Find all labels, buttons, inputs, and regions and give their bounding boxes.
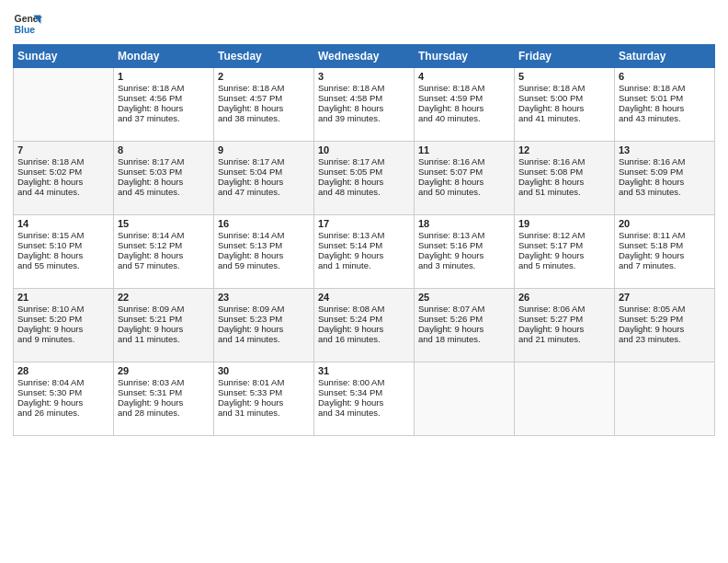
day-info-line: and 26 minutes. [17,408,109,418]
day-info-line: Sunrise: 8:08 AM [318,304,410,314]
day-info-line: Sunrise: 8:18 AM [318,83,410,93]
day-cell: 2Sunrise: 8:18 AMSunset: 4:57 PMDaylight… [214,68,314,142]
day-cell: 6Sunrise: 8:18 AMSunset: 5:01 PMDaylight… [615,68,715,142]
day-info-line: Sunset: 5:29 PM [619,314,711,324]
day-number: 25 [418,292,510,303]
day-info-line: and 37 minutes. [118,113,210,123]
day-info-line: Sunset: 5:33 PM [218,387,310,397]
day-info-line: Daylight: 8 hours [619,103,711,113]
logo-icon: General Blue [13,9,42,39]
day-number: 21 [17,292,109,303]
day-number: 11 [418,144,510,155]
day-info-line: and 28 minutes. [118,408,210,418]
day-info-line: Daylight: 8 hours [218,103,310,113]
day-info-line: Sunrise: 8:18 AM [418,83,510,93]
day-cell: 15Sunrise: 8:14 AMSunset: 5:12 PMDayligh… [114,215,214,289]
day-number: 19 [518,218,610,229]
calendar-page: General Blue SundayMondayTuesdayWednesda… [0,0,728,563]
day-info-line: Daylight: 9 hours [518,324,610,334]
day-info-line: Sunrise: 8:10 AM [17,304,109,314]
day-number: 31 [318,365,410,376]
day-cell: 5Sunrise: 8:18 AMSunset: 5:00 PMDaylight… [515,68,615,142]
day-info-line: Sunset: 5:17 PM [518,240,610,250]
day-cell: 14Sunrise: 8:15 AMSunset: 5:10 PMDayligh… [14,215,114,289]
day-number: 20 [619,218,711,229]
week-row-2: 14Sunrise: 8:15 AMSunset: 5:10 PMDayligh… [14,215,715,289]
day-info-line: and 18 minutes. [418,334,510,344]
day-info-line: and 39 minutes. [318,113,410,123]
svg-text:Blue: Blue [15,25,36,35]
day-number: 17 [318,218,410,229]
day-info-line: and 11 minutes. [118,334,210,344]
day-info-line: Daylight: 9 hours [17,397,109,408]
day-info-line: Sunset: 5:34 PM [318,387,410,397]
day-info-line: Sunset: 5:24 PM [318,314,410,324]
day-info-line: Sunset: 5:13 PM [218,240,310,250]
day-info-line: Daylight: 9 hours [318,324,410,334]
day-info-line: Daylight: 8 hours [17,177,109,187]
day-info-line: and 43 minutes. [619,113,711,123]
day-info-line: Sunrise: 8:18 AM [619,83,711,93]
day-info-line: Daylight: 9 hours [619,324,711,334]
day-info-line: Daylight: 8 hours [318,103,410,113]
day-info-line: Daylight: 9 hours [318,250,410,260]
day-info-line: Sunset: 5:18 PM [619,240,711,250]
day-cell: 25Sunrise: 8:07 AMSunset: 5:26 PMDayligh… [415,289,515,362]
day-cell: 27Sunrise: 8:05 AMSunset: 5:29 PMDayligh… [615,289,715,362]
day-cell: 30Sunrise: 8:01 AMSunset: 5:33 PMDayligh… [214,362,314,436]
header: General Blue [13,9,715,39]
day-info-line: Daylight: 8 hours [218,250,310,260]
day-info-line: Sunset: 5:10 PM [17,240,109,250]
day-info-line: and 57 minutes. [118,260,210,270]
day-info-line: Sunset: 4:58 PM [318,93,410,103]
day-number: 23 [218,292,310,303]
day-cell: 23Sunrise: 8:09 AMSunset: 5:23 PMDayligh… [214,289,314,362]
day-number: 2 [218,71,310,82]
day-info-line: Sunset: 5:01 PM [619,93,711,103]
day-number: 5 [518,71,610,82]
day-info-line: Sunrise: 8:09 AM [218,304,310,314]
day-info-line: Daylight: 9 hours [318,397,410,408]
day-info-line: and 1 minute. [318,260,410,270]
day-cell: 13Sunrise: 8:16 AMSunset: 5:09 PMDayligh… [615,142,715,215]
day-info-line: Sunset: 4:56 PM [118,93,210,103]
day-number: 8 [118,144,210,155]
day-info-line: Sunrise: 8:17 AM [318,156,410,167]
day-number: 3 [318,71,410,82]
day-info-line: Daylight: 8 hours [118,103,210,113]
day-info-line: and 41 minutes. [518,113,610,123]
day-info-line: and 50 minutes. [418,187,510,197]
header-row: SundayMondayTuesdayWednesdayThursdayFrid… [14,45,715,68]
day-info-line: and 16 minutes. [318,334,410,344]
day-info-line: Sunrise: 8:01 AM [218,377,310,387]
day-info-line: and 38 minutes. [218,113,310,123]
day-info-line: Daylight: 9 hours [118,324,210,334]
day-info-line: Sunrise: 8:17 AM [218,156,310,167]
day-info-line: Sunrise: 8:16 AM [418,156,510,167]
day-info-line: Sunrise: 8:18 AM [518,83,610,93]
day-cell: 28Sunrise: 8:04 AMSunset: 5:30 PMDayligh… [14,362,114,436]
day-number: 6 [619,71,711,82]
calendar-table: SundayMondayTuesdayWednesdayThursdayFrid… [13,44,715,436]
day-info-line: and 7 minutes. [619,260,711,270]
day-cell: 12Sunrise: 8:16 AMSunset: 5:08 PMDayligh… [515,142,615,215]
day-cell: 11Sunrise: 8:16 AMSunset: 5:07 PMDayligh… [415,142,515,215]
day-info-line: and 9 minutes. [17,334,109,344]
day-info-line: Sunset: 5:14 PM [318,240,410,250]
day-number: 26 [518,292,610,303]
day-info-line: Sunset: 5:09 PM [619,167,711,177]
day-info-line: Daylight: 9 hours [218,324,310,334]
header-cell-friday: Friday [515,45,615,68]
day-info-line: and 3 minutes. [418,260,510,270]
day-number: 27 [619,292,711,303]
day-cell: 18Sunrise: 8:13 AMSunset: 5:16 PMDayligh… [415,215,515,289]
day-info-line: Sunrise: 8:18 AM [17,156,109,167]
day-number: 4 [418,71,510,82]
day-number: 13 [619,144,711,155]
day-info-line: Daylight: 8 hours [17,250,109,260]
day-info-line: Sunrise: 8:09 AM [118,304,210,314]
day-info-line: Sunset: 5:03 PM [118,167,210,177]
day-info-line: Daylight: 9 hours [17,324,109,334]
day-info-line: Sunrise: 8:05 AM [619,304,711,314]
header-cell-tuesday: Tuesday [214,45,314,68]
